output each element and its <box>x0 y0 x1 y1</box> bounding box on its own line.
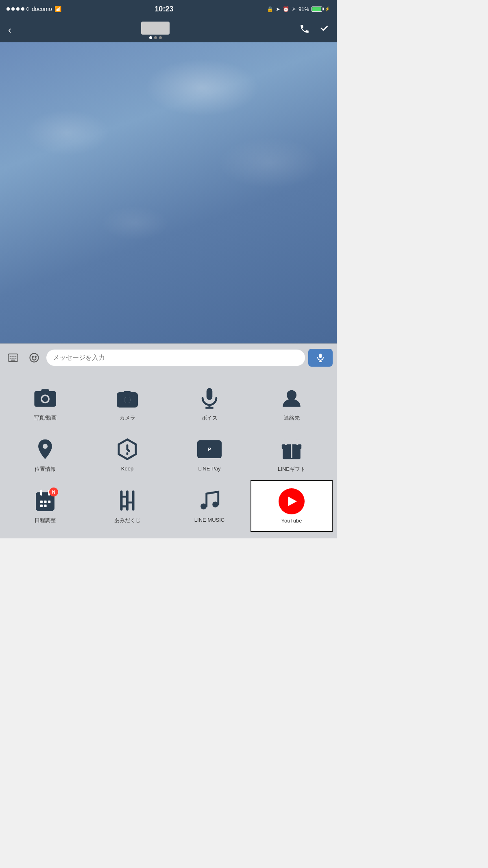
linemusic-label: LINE MUSIC <box>194 517 224 523</box>
svg-rect-3 <box>13 356 14 356</box>
svg-point-27 <box>287 390 296 400</box>
contact-label: 連絡先 <box>284 414 300 422</box>
app-item-linegift[interactable]: LINEギフト <box>251 429 333 480</box>
svg-point-23 <box>132 395 134 397</box>
svg-point-12 <box>35 356 36 357</box>
linegift-label: LINEギフト <box>278 466 305 473</box>
profile-image <box>141 22 170 35</box>
check-button[interactable] <box>318 24 329 37</box>
svg-rect-2 <box>12 356 13 356</box>
app-item-keep[interactable]: Keep <box>86 429 168 480</box>
nav-center <box>141 22 170 39</box>
signal-dot-5 <box>26 7 29 11</box>
photo-label: 写真/動画 <box>34 414 57 422</box>
nav-page-dots <box>149 36 162 39</box>
svg-rect-38 <box>48 501 50 503</box>
svg-rect-24 <box>207 388 213 400</box>
camera-icon <box>114 385 140 411</box>
status-time: 10:23 <box>155 5 173 13</box>
message-input[interactable] <box>46 350 305 366</box>
svg-point-48 <box>212 501 218 507</box>
signal-dot-4 <box>21 7 24 11</box>
schedule-label: 日程調整 <box>35 517 56 524</box>
bluetooth-icon: ✳ <box>292 6 296 12</box>
location-label: 位置情報 <box>35 466 56 473</box>
linepay-icon: P <box>196 436 222 462</box>
youtube-icon <box>279 488 305 514</box>
status-right: 🔒 ➤ ⏰ ✳ 91% ⚡ <box>267 6 330 12</box>
status-bar: docomo 📶 10:23 🔒 ➤ ⏰ ✳ 91% ⚡ <box>0 0 337 18</box>
location-icon: ➤ <box>276 6 280 12</box>
svg-rect-9 <box>11 359 15 360</box>
app-item-photo[interactable]: 写真/動画 <box>4 378 86 429</box>
page-dot-3 <box>159 36 162 39</box>
schedule-badge: N <box>49 488 58 496</box>
chat-background <box>0 42 337 343</box>
back-button[interactable]: ‹ <box>8 24 11 36</box>
apps-grid: 写真/動画カメラボイス連絡先位置情報KeepPLINE PayLINEギフトN日… <box>0 371 337 538</box>
svg-rect-37 <box>44 501 47 503</box>
battery-icon <box>312 7 322 12</box>
youtube-label: YouTube <box>281 518 302 524</box>
photo-icon <box>32 385 58 411</box>
signal-dot-1 <box>7 7 10 11</box>
voice-label: ボイス <box>202 414 218 422</box>
app-item-linemusic[interactable]: LINE MUSIC <box>168 480 251 532</box>
svg-rect-7 <box>13 358 14 359</box>
svg-rect-36 <box>40 501 43 503</box>
location-icon <box>32 436 58 462</box>
linepay-label: LINE Pay <box>198 466 221 472</box>
camera-label: カメラ <box>120 414 135 422</box>
linegift-icon <box>279 436 305 462</box>
voice-icon <box>196 385 222 411</box>
battery-percent: 91% <box>298 6 309 12</box>
svg-rect-5 <box>10 358 11 359</box>
app-item-camera[interactable]: カメラ <box>86 378 168 429</box>
app-item-schedule[interactable]: N日程調整 <box>4 480 86 532</box>
charging-icon: ⚡ <box>325 7 330 12</box>
app-item-voice[interactable]: ボイス <box>168 378 251 429</box>
svg-point-22 <box>125 398 130 402</box>
svg-point-10 <box>30 353 39 362</box>
carrier-name: docomo <box>32 6 52 12</box>
svg-rect-39 <box>40 505 43 507</box>
keep-icon <box>114 436 140 462</box>
signal-dot-2 <box>11 7 15 11</box>
svg-rect-40 <box>44 505 47 507</box>
amida-icon <box>114 488 140 514</box>
call-button[interactable] <box>299 24 310 37</box>
wifi-icon: 📶 <box>54 6 61 12</box>
page-dot-1 <box>149 36 152 39</box>
svg-rect-8 <box>15 358 16 359</box>
app-item-amida[interactable]: あみだくじ <box>86 480 168 532</box>
lock-icon: 🔒 <box>267 6 273 12</box>
input-area <box>0 343 337 371</box>
nav-actions <box>299 24 329 37</box>
svg-rect-6 <box>12 358 13 359</box>
amida-label: あみだくじ <box>114 517 141 524</box>
app-item-contact[interactable]: 連絡先 <box>251 378 333 429</box>
app-item-youtube[interactable]: YouTube <box>251 480 333 532</box>
linemusic-icon <box>196 488 222 514</box>
nav-bar: ‹ <box>0 18 337 42</box>
keyboard-button[interactable] <box>4 349 22 367</box>
page-dot-2 <box>154 36 157 39</box>
svg-point-11 <box>32 356 33 357</box>
mic-button[interactable] <box>308 349 333 367</box>
status-left: docomo 📶 <box>7 6 61 12</box>
emoji-button[interactable] <box>25 349 43 367</box>
svg-point-18 <box>42 396 48 402</box>
alarm-icon: ⏰ <box>283 6 289 12</box>
keep-label: Keep <box>121 466 133 472</box>
app-item-location[interactable]: 位置情報 <box>4 429 86 480</box>
signal-dot-3 <box>16 7 20 11</box>
youtube-icon-circle <box>279 488 305 514</box>
svg-point-47 <box>200 503 207 509</box>
schedule-icon: N <box>32 488 58 514</box>
svg-rect-4 <box>15 356 16 356</box>
signal-dots <box>7 7 29 11</box>
app-item-linepay[interactable]: PLINE Pay <box>168 429 251 480</box>
contact-icon <box>279 385 305 411</box>
svg-rect-19 <box>41 389 49 392</box>
svg-rect-13 <box>319 354 322 358</box>
